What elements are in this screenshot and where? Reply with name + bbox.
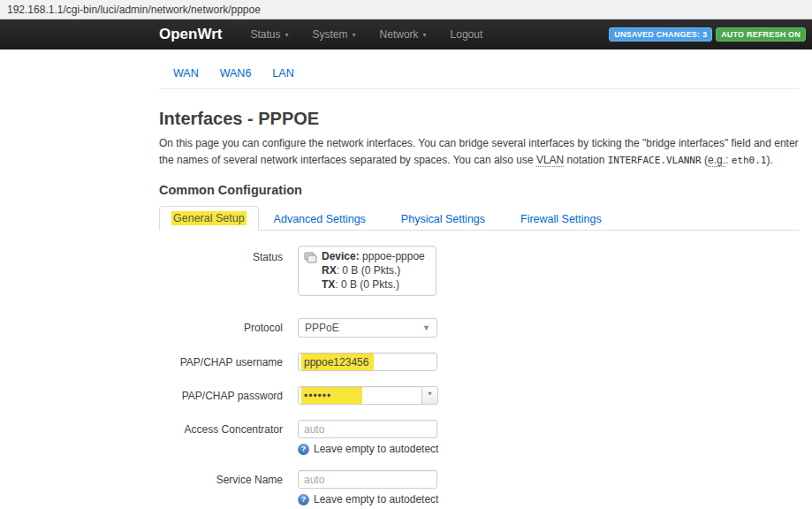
username-row: PAP/CHAP username [159, 353, 800, 371]
password-row: PAP/CHAP password * [159, 386, 800, 405]
service-name-hint: ? Leave empty to autodetect [298, 493, 438, 505]
status-box: Device: pppoe-pppoe RX: 0 B (0 Pkts.) TX… [298, 246, 436, 296]
tab-firewall-settings[interactable]: Firewall Settings [509, 208, 613, 231]
ethernet-device-icon [304, 252, 317, 292]
page-description: On this page you can configure the netwo… [159, 135, 800, 169]
nav-menu-network[interactable]: Network ▾ [380, 28, 427, 41]
help-icon: ? [298, 444, 309, 455]
pap-chap-password-input[interactable] [298, 386, 422, 405]
help-icon: ? [298, 494, 309, 505]
password-field-group: * [298, 386, 438, 405]
config-tabbar: General Setup Advanced Settings Physical… [159, 206, 800, 231]
auto-refresh-badge[interactable]: AUTO REFRESH ON [716, 27, 806, 42]
nav-menu-system[interactable]: System ▾ [313, 28, 356, 41]
access-concentrator-row: Access Concentrator ? Leave empty to aut… [159, 420, 800, 455]
eth-code: eth0.1 [732, 155, 767, 166]
status-lines: Device: pppoe-pppoe RX: 0 B (0 Pkts.) TX… [322, 250, 425, 292]
service-name-row: Service Name ? Leave empty to autodetect [159, 470, 800, 505]
subnav-tab-lan[interactable]: LAN [272, 67, 293, 80]
main-container: WAN WAN6 LAN Interfaces - PPPOE On this … [159, 49, 800, 509]
caret-down-icon: ▾ [285, 31, 289, 39]
page-title: Interfaces - PPPOE [159, 109, 800, 129]
service-name-input[interactable] [298, 470, 437, 489]
unsaved-changes-badge[interactable]: UNSAVED CHANGES: 3 [609, 27, 712, 42]
status-label: Status [159, 246, 283, 296]
interface-subnav: WAN WAN6 LAN [159, 49, 800, 89]
vlannr-code: INTERFACE.VLANNR [608, 155, 702, 166]
navbar-badges: UNSAVED CHANGES: 3 AUTO REFRESH ON [609, 27, 806, 42]
select-caret-icon: ▼ [422, 323, 430, 332]
tab-general-setup[interactable]: General Setup [159, 206, 259, 231]
tab-physical-settings[interactable]: Physical Settings [390, 208, 497, 231]
caret-down-icon: ▾ [423, 31, 427, 39]
caret-down-icon: ▾ [353, 31, 356, 39]
top-navbar: OpenWrt Status ▾ System ▾ Network ▾ Logo… [0, 19, 812, 49]
subnav-tab-wan6[interactable]: WAN6 [220, 67, 252, 80]
protocol-row: Protocol PPPoE ▼ [159, 318, 800, 338]
nav-menu-status[interactable]: Status ▾ [250, 28, 288, 41]
section-heading: Common Configuration [159, 183, 800, 197]
username-label: PAP/CHAP username [159, 353, 283, 371]
vlan-abbr: VLAN [536, 154, 564, 167]
pap-chap-username-input[interactable] [298, 353, 437, 371]
protocol-select[interactable]: PPPoE ▼ [298, 318, 437, 338]
access-concentrator-input[interactable] [298, 420, 437, 438]
eg-abbr: e.g. [708, 154, 725, 167]
nav-menu-logout[interactable]: Logout [451, 28, 483, 41]
protocol-label: Protocol [159, 318, 283, 338]
subnav-tab-wan[interactable]: WAN [173, 67, 199, 80]
tab-advanced-settings[interactable]: Advanced Settings [262, 208, 377, 231]
password-reveal-button[interactable]: * [422, 386, 438, 405]
access-concentrator-label: Access Concentrator [159, 420, 283, 455]
page-url: 192.168.1.1/cgi-bin/luci/admin/network/n… [7, 4, 261, 16]
status-row: Status Device: pppoe-pppoe RX: 0 B (0 Pk… [159, 246, 800, 296]
openwrt-brand: OpenWrt [159, 26, 222, 43]
general-setup-form: Status Device: pppoe-pppoe RX: 0 B (0 Pk… [159, 231, 800, 505]
service-name-label: Service Name [159, 470, 283, 505]
password-label: PAP/CHAP password [159, 386, 283, 405]
browser-url-bar[interactable]: 192.168.1.1/cgi-bin/luci/admin/network/n… [0, 0, 812, 19]
access-concentrator-hint: ? Leave empty to autodetect [298, 443, 438, 455]
